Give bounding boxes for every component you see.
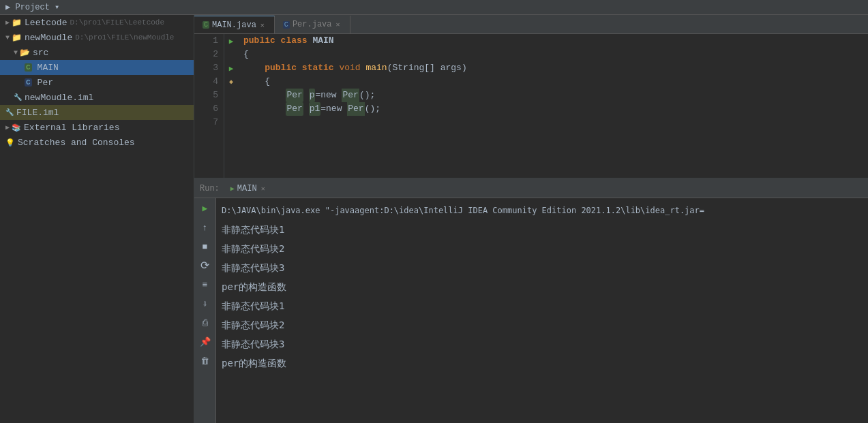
main-layout: ▶ 📁 Leetcode D:\pro1\FILE\Leetcode ▼ 📁 n… [0, 15, 868, 423]
pin-button[interactable]: 📌 [198, 334, 213, 349]
scroll-up-button[interactable]: ↑ [198, 220, 213, 235]
console-output-line-1: 非静态代码块1 [222, 220, 863, 239]
keyword-void: void [339, 61, 365, 75]
run-arrow-icon: ▶ [229, 37, 234, 46]
folder-icon: 📁 [12, 18, 22, 28]
indent [243, 61, 265, 75]
keyword-public: public [243, 34, 281, 48]
run-arrow-icon: ▶ [229, 64, 234, 73]
keyword-static: static [302, 61, 340, 75]
space [303, 102, 309, 116]
sidebar-item-label: MAIN [38, 63, 59, 73]
tab-bar: C MAIN.java ✕ C Per.java ✕ [194, 15, 868, 34]
indent [243, 89, 286, 102]
console-toolbar: ▶ ↑ ■ ⟳ ≡ ⇩ ⎙ 📌 🗑 [194, 198, 216, 423]
paren-close: ) [462, 61, 467, 75]
run-tab-label: MAIN [237, 184, 257, 193]
tab-close-button[interactable]: ✕ [334, 20, 341, 29]
console-output-line-3: 非静态代码块3 [222, 258, 863, 277]
bottom-panel: Run: ▶ MAIN ✕ ▶ ↑ ■ ⟳ ≡ [194, 178, 868, 423]
sidebar-item-label: External Libraries [24, 123, 119, 133]
indent: { [243, 75, 270, 89]
keyword-public: public [265, 61, 302, 75]
tab-label: MAIN.java [212, 20, 256, 30]
run-tab-close[interactable]: ✕ [260, 184, 267, 193]
play-button[interactable]: ▶ [198, 201, 213, 216]
sidebar-item-label: Per [38, 78, 53, 88]
tab-close-button[interactable]: ✕ [259, 20, 266, 30]
rerun-button[interactable]: ⟳ [198, 258, 213, 273]
sidebar-item-leetcode[interactable]: ▶ 📁 Leetcode D:\pro1\FILE\Leetcode [0, 15, 194, 30]
sidebar-item-newmoudle[interactable]: ▼ 📁 newMoudle D:\pro1\FILE\newMoudle [0, 30, 194, 45]
sidebar-item-scratches[interactable]: 💡 Scratches and Consoles [0, 135, 194, 150]
format-button[interactable]: ≡ [198, 277, 213, 292]
sidebar-item-src[interactable]: ▼ 📂 src [0, 45, 194, 60]
console-output-line-5: 非静态代码块1 [222, 296, 863, 315]
run-gutter: ▶ ▶ ◆ [224, 34, 238, 178]
chevron-right-icon: ▶ [5, 123, 10, 131]
sidebar-item-label: Leetcode [25, 18, 67, 28]
sidebar-item-external-libraries[interactable]: ▶ 📚 External Libraries [0, 120, 194, 135]
run-gutter-1[interactable]: ▶ [224, 34, 238, 48]
run-tab-main[interactable]: ▶ MAIN ✕ [225, 183, 272, 195]
app-container: ▶ Project ▾ ▶ 📁 Leetcode D:\pro1\FILE\Le… [0, 0, 868, 423]
sidebar-item-per[interactable]: C Per [0, 75, 194, 90]
tab-label: Per.java [293, 20, 332, 29]
chevron-right-icon: ▶ [5, 18, 10, 27]
sidebar-item-label: Scratches and Consoles [18, 138, 135, 148]
run-tab-icon: ▶ [230, 185, 235, 193]
scroll-end-button[interactable]: ⇩ [198, 296, 213, 311]
editor-panel: C MAIN.java ✕ C Per.java ✕ 1 2 3 [194, 15, 868, 423]
folder-icon: 📁 [12, 33, 22, 43]
sidebar: ▶ 📁 Leetcode D:\pro1\FILE\Leetcode ▼ 📁 n… [0, 15, 194, 423]
src-folder-icon: 📂 [20, 48, 30, 58]
code-line-7 [243, 116, 863, 129]
param-args: args [440, 61, 462, 75]
line-num-4: 4 [200, 75, 218, 89]
code-line-5: Per p=new Per(); [243, 89, 863, 102]
console-output[interactable]: D:\JAVA\bin\java.exe "-javaagent:D:\idea… [216, 198, 868, 423]
brace-open: { [243, 48, 249, 61]
line-num-2: 2 [200, 48, 218, 61]
console-output-line-2: 非静态代码块2 [222, 239, 863, 258]
sidebar-item-path: D:\pro1\FILE\Leetcode [70, 18, 164, 27]
tab-per-java[interactable]: C Per.java ✕ [275, 16, 350, 33]
sidebar-item-newmoudle-iml[interactable]: 🔧 newMoudle.iml [0, 90, 194, 105]
sidebar-item-path: D:\pro1\FILE\newMoudle [75, 33, 174, 42]
code-line-4: { [243, 75, 863, 89]
line-num-5: 5 [200, 89, 218, 102]
code-editor[interactable]: 1 2 3 4 5 6 7 ▶ [194, 34, 868, 178]
space [303, 89, 309, 102]
stop-button[interactable]: ■ [198, 239, 213, 254]
code-line-2: { [243, 48, 863, 61]
console-output-line-6: 非静态代码块2 [222, 315, 863, 334]
sidebar-item-label: newMoudle.iml [25, 93, 93, 103]
sidebar-item-label: src [33, 48, 48, 58]
run-gutter-7 [224, 116, 238, 129]
code-line-1: public class MAIN [243, 34, 863, 48]
print-button[interactable]: ⎙ [198, 315, 213, 330]
keyword-class: class [281, 34, 313, 48]
tab-java-icon: C [283, 21, 290, 29]
console-area: ▶ ↑ ■ ⟳ ≡ ⇩ ⎙ 📌 🗑 D:\JAVA\bin\java.exe "… [194, 198, 868, 423]
tab-main-java[interactable]: C MAIN.java ✕ [194, 16, 275, 33]
delete-button[interactable]: 🗑 [198, 354, 213, 369]
indent [243, 102, 286, 116]
sidebar-item-file-iml[interactable]: 🔧 FILE.iml [0, 105, 194, 120]
run-gutter-5 [224, 89, 238, 102]
line-num-7: 7 [200, 116, 218, 129]
param-string: String [392, 61, 424, 75]
sidebar-item-main[interactable]: C MAIN [0, 60, 194, 75]
sidebar-item-label: newMoudle [25, 33, 72, 43]
iml-icon: 🔧 [14, 93, 22, 101]
run-gutter-2 [224, 48, 238, 61]
console-output-line-8: per的构造函数 [222, 354, 863, 373]
method-main: main [365, 61, 387, 75]
console-cmd-line: D:\JAVA\bin\java.exe "-javaagent:D:\idea… [222, 201, 863, 220]
run-gutter-3[interactable]: ▶ [224, 61, 238, 75]
code-content[interactable]: public class MAIN { public static void m… [238, 34, 868, 178]
run-gutter-4[interactable]: ◆ [224, 75, 238, 89]
console-output-line-7: 非静态代码块3 [222, 334, 863, 354]
code-line-6: Per p1=new Per(); [243, 102, 863, 116]
breakpoint-icon: ◆ [229, 78, 233, 86]
